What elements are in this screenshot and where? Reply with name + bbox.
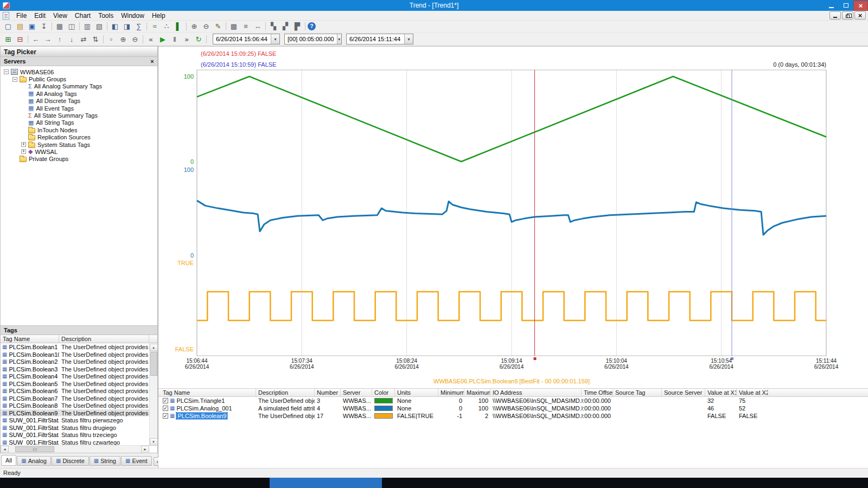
tag-picker-toggle-icon[interactable]: ◧ — [110, 21, 120, 31]
tree-item-all-string-tags[interactable]: ▦All String Tags — [1, 119, 157, 126]
grid-column-tag-name[interactable]: Tag Name — [161, 389, 256, 397]
start-time-field[interactable]: 6/26/2014 15:06:44 — [213, 34, 280, 44]
grid-column-maximum[interactable]: Maximum — [464, 389, 490, 397]
zoom-out-icon[interactable]: ⊖ — [201, 21, 212, 31]
trend-type-icon[interactable]: ≈ — [149, 21, 160, 31]
horizontal-scroll-thumb[interactable] — [15, 446, 54, 452]
tag-list-item[interactable]: ▦SUW_001.FiltrStat...Status filtru pierw… — [1, 416, 150, 424]
end-time-field[interactable]: 6/26/2014 15:11:44 — [346, 34, 413, 44]
tree-item-all-analog-summary-tags[interactable]: ΣAll Analog Summary Tags — [1, 83, 157, 90]
grid-column-color[interactable]: Color — [372, 389, 395, 397]
menu-help[interactable]: Help — [148, 11, 169, 20]
tag-list-item[interactable]: ▦SUW_001.FiltrStat...Status filtru trzec… — [1, 431, 150, 439]
tree-item-system-status-tags[interactable]: +System Status Tags — [1, 141, 157, 148]
tree-item-public-groups[interactable]: −Public Groups — [1, 75, 157, 82]
grid-row[interactable]: ▦PLCSim.Triangle1The UserDefined object … — [158, 397, 868, 404]
play-icon[interactable]: ▶ — [157, 34, 168, 44]
tag-list-item[interactable]: ▦PLCSim.Boolean6The UserDefined object p… — [1, 387, 150, 395]
menu-window[interactable]: Window — [117, 11, 148, 20]
window-maximize-button[interactable] — [839, 1, 853, 11]
duration-dropdown-icon[interactable] — [337, 34, 341, 44]
tag-list-item[interactable]: ▦PLCSim.Boolean10The UserDefined object … — [1, 351, 150, 358]
tree-item-intouch-nodes[interactable]: InTouch Nodes — [1, 126, 157, 133]
export-icon[interactable]: ↧ — [39, 21, 49, 31]
new-trend-icon[interactable]: ▢ — [3, 21, 14, 31]
tab-event[interactable]: ▦Event — [121, 456, 152, 466]
collapse-icon[interactable]: − — [4, 69, 9, 74]
grid-row[interactable]: ▦PLCSim.Boolean9The UserDefined object .… — [158, 412, 868, 420]
tag-list-item[interactable]: ▦SUW_001.FiltrStat...Status filtru drugi… — [1, 424, 150, 432]
tab-string[interactable]: ▦String — [90, 456, 120, 466]
grid-column-value-at-x2[interactable]: Value at X2 — [737, 389, 768, 397]
grid-column-number[interactable]: Number — [315, 389, 341, 397]
refresh-icon[interactable]: ↻ — [193, 34, 204, 44]
tree-item-wwsal[interactable]: +◆WWSAL — [1, 148, 157, 155]
bar-chart-icon[interactable]: ▌ — [173, 21, 184, 31]
open-icon[interactable]: ▤ — [15, 21, 25, 31]
pan-down-icon[interactable]: ↓ — [66, 34, 77, 44]
zoom-out-time-icon[interactable]: ⊖ — [130, 34, 141, 44]
trend-chart[interactable]: 10001000TRUEFALSE(6/26/2014 15:09:25) FA… — [158, 47, 868, 388]
zoom-in-icon[interactable]: ⊕ — [189, 21, 200, 31]
grid-column-source-server[interactable]: Source Server — [662, 389, 705, 397]
grid-column-time-offset[interactable]: Time Offset — [582, 389, 613, 397]
tags-horizontal-scrollbar[interactable] — [1, 445, 149, 453]
grid-column-server[interactable]: Server — [341, 389, 372, 397]
save-icon[interactable]: ▣ — [27, 21, 37, 31]
pan-right-icon[interactable]: → — [42, 34, 53, 44]
expand-icon[interactable]: + — [21, 149, 26, 154]
grid-column-source-tag[interactable]: Source Tag — [613, 389, 662, 397]
tags-column-description[interactable]: Description — [59, 335, 149, 343]
tree-item-replication-sources[interactable]: Replication Sources — [1, 133, 157, 140]
menu-file[interactable]: File — [12, 11, 30, 20]
duration-field[interactable]: [00] 00:05:00.000 — [284, 34, 342, 44]
tag-list-item[interactable]: ▦PLCSim.Boolean7The UserDefined object p… — [1, 395, 150, 402]
tag-list-toggle-icon[interactable]: ◨ — [122, 21, 132, 31]
tag-list-item[interactable]: ▦PLCSim.Boolean4The UserDefined object p… — [1, 373, 150, 380]
tab-all[interactable]: All — [1, 455, 16, 466]
time-axis-icon[interactable]: ↔ — [252, 21, 263, 31]
pane-layout-single-icon[interactable]: ▚ — [268, 21, 279, 31]
pan-left-icon[interactable]: ← — [30, 34, 41, 44]
print-icon[interactable]: ▦ — [54, 21, 65, 31]
statistics-pane-icon[interactable]: ∑ — [133, 21, 144, 31]
tree-item-wwbase06[interactable]: −WWBASE06 — [1, 68, 157, 75]
collapse-icon[interactable]: − — [12, 77, 17, 82]
zoom-box-icon[interactable]: ▫ — [106, 34, 117, 44]
row-checkbox[interactable] — [163, 413, 168, 419]
tag-list-item[interactable]: ▦PLCSim.Boolean3The UserDefined object p… — [1, 365, 150, 373]
grid-row[interactable]: ▦PLCSim.Analog_001A simulated field attr… — [158, 404, 868, 412]
tags-column-tag-name[interactable]: Tag Name — [1, 335, 59, 343]
window-minimize-button[interactable] — [824, 1, 839, 11]
grid-column-io-address[interactable]: IO Address — [490, 389, 582, 397]
grid-column-units[interactable]: Units — [395, 389, 438, 397]
zoom-in-time-icon[interactable]: ⊕ — [118, 34, 129, 44]
window-close-button[interactable] — [853, 1, 868, 11]
row-checkbox[interactable] — [163, 398, 168, 403]
tag-list-item[interactable]: ▦PLCSim.Boolean9The UserDefined object p… — [1, 409, 150, 417]
tags-vertical-scrollbar[interactable] — [149, 344, 157, 446]
scroll-left-icon[interactable] — [1, 446, 9, 453]
tag-list-item[interactable]: ▦PLCSim.Boolean2The UserDefined object p… — [1, 358, 150, 365]
tree-item-all-discrete-tags[interactable]: ▦All Discrete Tags — [1, 98, 157, 105]
swap-axes-icon[interactable]: ⇄ — [78, 34, 89, 44]
copy-icon[interactable]: ▥ — [82, 21, 93, 31]
tag-list-item[interactable]: ▦PLCSim.Boolean5The UserDefined object p… — [1, 380, 150, 388]
skip-forward-icon[interactable]: » — [181, 34, 192, 44]
pause-icon[interactable]: ‖ — [169, 34, 180, 44]
help-icon[interactable]: ? — [308, 22, 316, 30]
menu-edit[interactable]: Edit — [30, 11, 49, 20]
mdi-restore-button[interactable] — [842, 11, 853, 20]
expand-icon[interactable]: + — [21, 142, 26, 147]
grid-column-description[interactable]: Description — [256, 389, 315, 397]
tree-item-private-groups[interactable]: Private Groups — [1, 156, 157, 163]
scroll-right-icon[interactable] — [141, 446, 149, 453]
menu-tools[interactable]: Tools — [94, 11, 117, 20]
add-tag-icon[interactable]: ⊞ — [3, 34, 14, 44]
legend-toggle-icon[interactable]: ≡ — [240, 21, 251, 31]
pane-layout-split-icon[interactable]: ▞ — [280, 21, 291, 31]
xy-scatter-icon[interactable]: ∴ — [161, 21, 172, 31]
servers-close-icon[interactable] — [149, 58, 156, 65]
pan-up-icon[interactable]: ↑ — [54, 34, 65, 44]
tree-item-all-event-tags[interactable]: ▦All Event Tags — [1, 105, 157, 112]
